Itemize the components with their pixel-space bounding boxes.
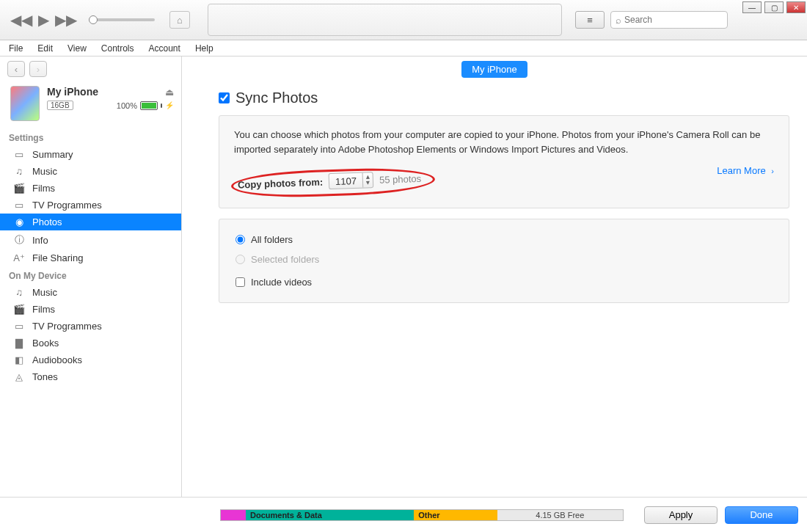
airplay-icon: ⌂ xyxy=(177,15,183,26)
checkbox-include-videos-input[interactable] xyxy=(235,277,245,287)
playback-controls: ◀◀ ▶ ▶▶ ⌂ xyxy=(6,11,194,29)
checkbox-include-videos-label: Include videos xyxy=(251,277,312,288)
sidebar-item-label: File Sharing xyxy=(32,252,83,263)
storage-segment-misc xyxy=(221,510,246,520)
player-toolbar: ◀◀ ▶ ▶▶ ⌂ ≡ ⌕ xyxy=(0,0,807,40)
sidebar-item-label: TV Programmes xyxy=(32,321,102,332)
breadcrumb-device-pill[interactable]: My iPhone xyxy=(461,61,527,78)
checkbox-include-videos[interactable]: Include videos xyxy=(235,277,773,288)
radio-selected-folders[interactable]: Selected folders xyxy=(235,254,773,265)
learn-more-link[interactable]: Learn More › xyxy=(717,165,774,176)
sidebar-header-device: On My Device xyxy=(0,266,181,284)
highlight-annotation: Copy photos from: 1107 ▴▾ 55 photos xyxy=(230,166,435,200)
window-close-button[interactable]: ✕ xyxy=(786,1,806,13)
radio-selected-folders-input xyxy=(235,255,245,264)
sync-photos-title: Sync Photos xyxy=(235,90,318,106)
nav-forward-button[interactable]: › xyxy=(29,61,47,77)
view-list-button[interactable]: ≡ xyxy=(575,11,605,29)
sidebar-item-device-films[interactable]: 🎬Films xyxy=(0,301,181,318)
volume-slider[interactable] xyxy=(89,18,155,21)
sidebar-item-summary[interactable]: ▭Summary xyxy=(0,146,181,163)
nav-back-button[interactable]: ‹ xyxy=(7,61,25,77)
photo-count-label: 55 photos xyxy=(379,172,422,185)
sidebar-item-device-music[interactable]: ♫Music xyxy=(0,284,181,301)
menu-help[interactable]: Help xyxy=(189,42,219,55)
sidebar-item-device-audiobooks[interactable]: ◧Audiobooks xyxy=(0,351,181,368)
sidebar-item-label: Books xyxy=(32,338,59,349)
menu-view[interactable]: View xyxy=(62,42,92,55)
sidebar-item-label: Summary xyxy=(32,149,73,160)
search-input[interactable] xyxy=(624,15,712,25)
summary-icon: ▭ xyxy=(13,149,25,160)
eject-button[interactable]: ⏏ xyxy=(165,87,174,98)
audiobooks-icon: ◧ xyxy=(13,354,25,365)
copy-from-label: Copy photos from: xyxy=(238,176,324,190)
radio-all-folders-label: All folders xyxy=(251,234,293,245)
battery-indicator: 100% ⚡ xyxy=(117,101,174,110)
list-icon: ≡ xyxy=(587,15,593,26)
storage-segment-other: Other xyxy=(414,510,497,520)
sidebar-item-label: Tones xyxy=(32,371,58,382)
books-icon: ▇ xyxy=(13,338,25,349)
radio-all-folders-input[interactable] xyxy=(235,235,245,244)
tones-icon: ◬ xyxy=(13,371,25,382)
apply-button[interactable]: Apply xyxy=(644,506,717,524)
copy-from-dropdown[interactable]: 1107 ▴▾ xyxy=(329,172,374,189)
sidebar-item-label: Photos xyxy=(32,216,62,227)
previous-track-button[interactable]: ◀◀ xyxy=(10,11,32,29)
learn-more-label: Learn More xyxy=(717,165,765,176)
info-icon: ⓘ xyxy=(13,233,25,247)
tv-icon: ▭ xyxy=(13,200,25,211)
filesharing-icon: A⁺ xyxy=(13,252,25,263)
window-maximize-button[interactable]: ▢ xyxy=(764,1,784,13)
done-button[interactable]: Done xyxy=(725,506,798,524)
sync-description-card: You can choose which photos from your co… xyxy=(219,115,789,208)
photos-icon: ◉ xyxy=(13,216,25,227)
sidebar-item-filesharing[interactable]: A⁺File Sharing xyxy=(0,249,181,266)
films-icon: 🎬 xyxy=(13,183,25,194)
sidebar-item-label: Films xyxy=(32,183,55,194)
menu-edit[interactable]: Edit xyxy=(32,42,59,55)
sync-description-text: You can choose which photos from your co… xyxy=(234,128,774,156)
sidebar-item-device-tones[interactable]: ◬Tones xyxy=(0,368,181,385)
sidebar-item-label: Info xyxy=(32,235,48,246)
footer-bar: Documents & Data Other 4.15 GB Free Appl… xyxy=(0,497,807,532)
tv-icon: ▭ xyxy=(13,321,25,332)
battery-percent: 100% xyxy=(117,101,137,110)
window-minimize-button[interactable]: — xyxy=(742,1,762,13)
battery-icon xyxy=(140,101,158,110)
device-capacity-chip: 16GB xyxy=(47,101,73,110)
sidebar-item-films[interactable]: 🎬Films xyxy=(0,180,181,197)
sidebar-item-info[interactable]: ⓘInfo xyxy=(0,230,181,249)
sidebar: ‹ › My iPhone ⏏ 16GB 100% ⚡ xyxy=(0,57,182,497)
radio-all-folders[interactable]: All folders xyxy=(235,234,773,245)
sidebar-item-device-tv[interactable]: ▭TV Programmes xyxy=(0,318,181,335)
sidebar-item-label: Music xyxy=(32,166,57,177)
sidebar-item-photos[interactable]: ◉Photos xyxy=(0,214,181,230)
dropdown-caret-icon: ▴▾ xyxy=(362,172,373,187)
sidebar-item-tv[interactable]: ▭TV Programmes xyxy=(0,197,181,214)
volume-thumb[interactable] xyxy=(89,15,98,24)
search-field[interactable]: ⌕ xyxy=(610,11,728,29)
sidebar-item-device-books[interactable]: ▇Books xyxy=(0,335,181,351)
sidebar-item-label: TV Programmes xyxy=(32,200,102,211)
device-name: My iPhone xyxy=(47,86,98,98)
menu-account[interactable]: Account xyxy=(143,42,186,55)
next-track-button[interactable]: ▶▶ xyxy=(55,11,77,29)
airplay-button[interactable]: ⌂ xyxy=(169,11,190,29)
app-menubar: File Edit View Controls Account Help xyxy=(0,40,807,57)
menu-file[interactable]: File xyxy=(3,42,29,55)
radio-selected-folders-label: Selected folders xyxy=(251,254,319,265)
sidebar-item-music[interactable]: ♫Music xyxy=(0,163,181,180)
music-icon: ♫ xyxy=(13,166,25,177)
sync-photos-checkbox[interactable] xyxy=(219,92,230,103)
chevron-right-icon: › xyxy=(771,167,774,175)
sidebar-item-label: Music xyxy=(32,287,57,298)
device-thumbnail-icon xyxy=(10,86,40,121)
sidebar-item-label: Films xyxy=(32,304,55,315)
charging-bolt-icon: ⚡ xyxy=(165,101,174,109)
storage-segment-documents: Documents & Data xyxy=(246,510,414,520)
main-panel: My iPhone Sync Photos You can choose whi… xyxy=(182,57,807,497)
play-button[interactable]: ▶ xyxy=(38,11,49,29)
menu-controls[interactable]: Controls xyxy=(95,42,140,55)
